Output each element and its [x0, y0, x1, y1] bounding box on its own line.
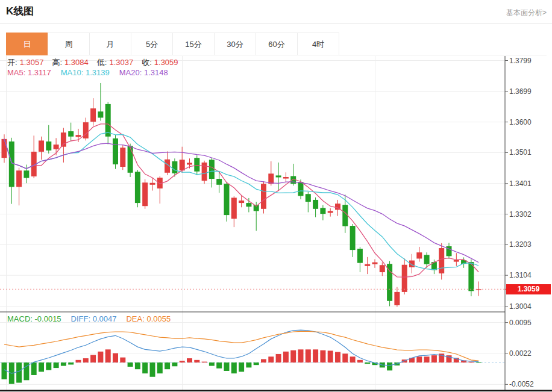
y-axis-label: 1.3501	[509, 148, 532, 157]
ohlc-label: 收:	[142, 58, 152, 67]
ma-value: MA5: 1.3117	[7, 68, 51, 77]
y-axis-label: -0.0052	[509, 380, 534, 388]
macd-value: DEA: 0.0055	[126, 314, 171, 323]
ohlc-label: 高:	[52, 58, 62, 67]
ohlc-label: 开:	[7, 58, 17, 67]
y-axis-label: 1.3203	[509, 240, 532, 249]
grid-layer	[0, 56, 505, 390]
macd-value: DIFF: 0.0047	[71, 314, 117, 323]
macd-value: MACD: -0.0015	[7, 314, 61, 323]
y-axis-label: 0.0095	[509, 319, 532, 327]
ohlc-readout: 开:1.3057高:1.3084低:1.3037收:1.3059	[7, 57, 187, 68]
y-axis-label: 0.0022	[509, 349, 532, 358]
current-price-label: 1.3059	[506, 284, 551, 294]
y-axis-label: 1.3104	[509, 271, 532, 279]
ohlc-label: 低:	[97, 58, 107, 67]
ma-value: MA20: 1.3148	[119, 68, 168, 77]
ohlc-value: 1.3059	[154, 58, 178, 67]
ma-readout: MA5: 1.3117MA10: 1.3139MA20: 1.3148	[7, 68, 178, 77]
kline-widget: K线图 基本面分析> 日周月5分15分30分60分4时 开:1.3057高:1.…	[0, 0, 552, 392]
ohlc-value: 1.3037	[109, 58, 133, 67]
macd-layer	[0, 330, 505, 384]
y-axis-label: 1.3600	[509, 118, 532, 126]
ohlc-value: 1.3084	[64, 58, 89, 67]
macd-readout: MACD: -0.0015DIFF: 0.0047DEA: 0.0055	[7, 314, 180, 323]
y-axis-label: 1.3401	[509, 179, 532, 188]
y-axis-label: 1.3799	[509, 57, 532, 65]
ma-value: MA10: 1.3139	[61, 68, 110, 77]
ohlc-value: 1.3057	[20, 58, 44, 67]
y-axis-label: 1.3699	[509, 87, 532, 96]
axis-layer	[0, 56, 552, 391]
y-axis-label: 1.3302	[509, 210, 532, 219]
y-axis-label: 1.3004	[509, 302, 532, 311]
